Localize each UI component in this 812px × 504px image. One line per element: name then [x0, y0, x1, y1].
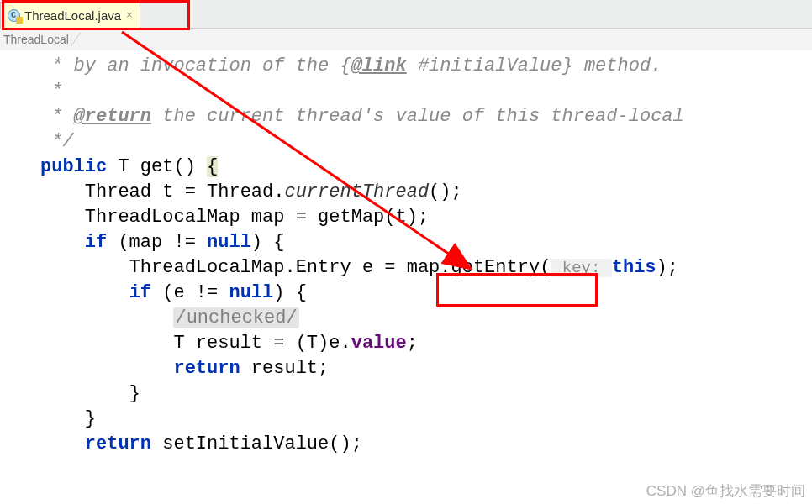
- file-tab[interactable]: C ThreadLocal.java ×: [0, 2, 140, 29]
- suppress-warning: /unchecked/: [173, 307, 298, 328]
- tab-bar: C ThreadLocal.java ×: [0, 0, 812, 29]
- kw-public: public: [40, 156, 107, 177]
- tab-filename: ThreadLocal.java: [24, 8, 121, 23]
- javadoc-line: * @return the current thread's value of …: [40, 106, 684, 127]
- lock-icon: [16, 17, 23, 24]
- javadoc-end: */: [40, 131, 74, 152]
- java-class-icon: C: [6, 8, 21, 23]
- javadoc-line: *: [40, 81, 62, 102]
- close-icon[interactable]: ×: [126, 9, 133, 22]
- watermark: CSDN @鱼找水需要时间: [646, 481, 805, 501]
- breadcrumb-item[interactable]: ThreadLocal: [0, 33, 81, 46]
- javadoc-line: * by an invocation of the {@link #initia…: [40, 55, 662, 76]
- param-hint: key:: [551, 259, 611, 277]
- code-editor[interactable]: * by an invocation of the {@link #initia…: [0, 50, 812, 457]
- breadcrumb: ThreadLocal: [0, 29, 812, 50]
